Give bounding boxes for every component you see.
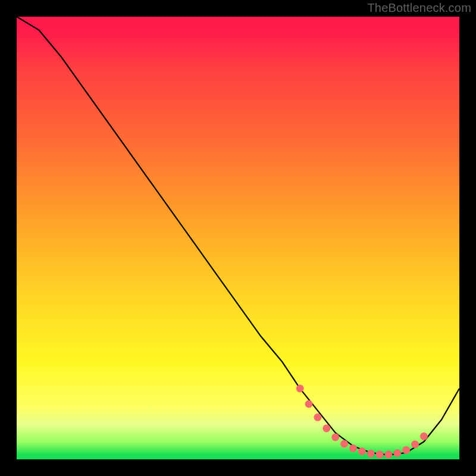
marker-dot [402, 446, 410, 454]
marker-dot [393, 449, 401, 457]
marker-dot [340, 440, 348, 447]
marker-dot [296, 384, 304, 392]
marker-dot [384, 450, 392, 458]
marker-dot [349, 444, 357, 452]
marker-dot [358, 447, 366, 455]
marker-dot [367, 450, 375, 458]
marker-dot [411, 440, 419, 448]
marker-dot [322, 424, 330, 432]
marker-dot [420, 433, 428, 440]
chart-svg [17, 17, 459, 459]
marker-dot [376, 450, 384, 458]
marker-dot [305, 400, 313, 408]
watermark-text: TheBottleneck.com [367, 1, 471, 15]
marker-dot [331, 433, 339, 441]
highlight-markers [296, 384, 428, 458]
plot-area [17, 17, 459, 459]
curve-line [17, 17, 459, 455]
chart-stage: TheBottleneck.com [0, 0, 476, 476]
marker-dot [314, 414, 321, 421]
